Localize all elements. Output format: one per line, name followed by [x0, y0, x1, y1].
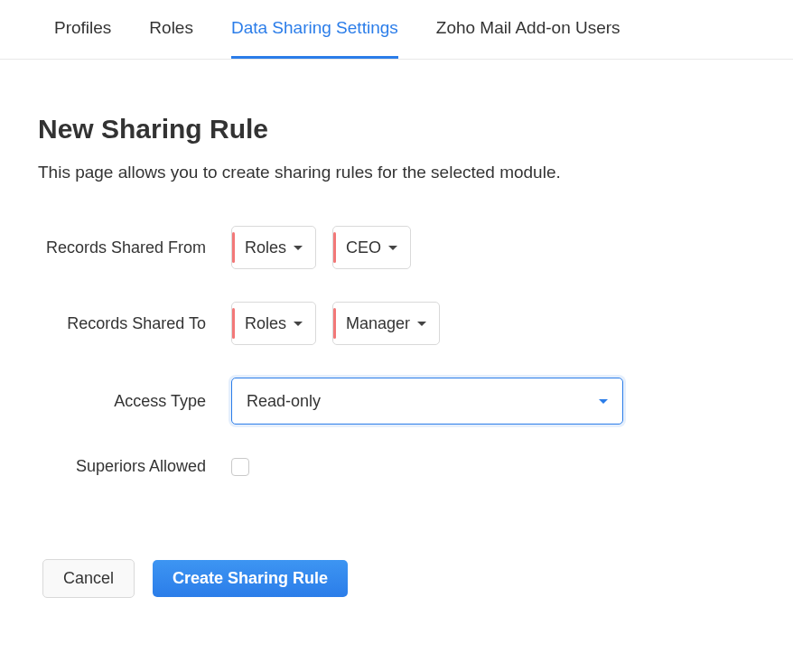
required-indicator: [333, 308, 336, 339]
select-shared-to-type[interactable]: Roles: [231, 302, 316, 345]
select-shared-from-role-value: CEO: [346, 238, 381, 257]
tab-zoho-mail-addon-users[interactable]: Zoho Mail Add-on Users: [436, 0, 620, 59]
tab-roles[interactable]: Roles: [149, 0, 193, 59]
label-records-shared-to: Records Shared To: [38, 314, 231, 333]
chevron-down-icon: [417, 322, 426, 326]
row-superiors-allowed: Superiors Allowed: [38, 457, 755, 476]
row-records-shared-from: Records Shared From Roles CEO: [38, 226, 755, 269]
select-shared-to-role-value: Manager: [346, 314, 410, 333]
row-access-type: Access Type Read-only: [38, 378, 755, 425]
page-description: This page allows you to create sharing r…: [38, 163, 755, 182]
tab-profiles[interactable]: Profiles: [54, 0, 111, 59]
select-access-type[interactable]: Read-only: [231, 378, 623, 425]
chevron-down-icon: [388, 246, 397, 250]
select-shared-from-type[interactable]: Roles: [231, 226, 316, 269]
required-indicator: [232, 232, 235, 263]
select-shared-from-type-value: Roles: [245, 238, 286, 257]
select-shared-to-role[interactable]: Manager: [332, 302, 440, 345]
select-shared-to-type-value: Roles: [245, 314, 286, 333]
label-superiors-allowed: Superiors Allowed: [38, 457, 231, 476]
content-area: New Sharing Rule This page allows you to…: [0, 60, 793, 598]
label-access-type: Access Type: [38, 392, 231, 411]
chevron-down-icon: [599, 399, 608, 404]
checkbox-superiors-allowed[interactable]: [231, 458, 249, 476]
row-records-shared-to: Records Shared To Roles Manager: [38, 302, 755, 345]
action-bar: Cancel Create Sharing Rule: [38, 559, 755, 598]
create-sharing-rule-button[interactable]: Create Sharing Rule: [153, 560, 348, 597]
chevron-down-icon: [294, 246, 303, 250]
select-access-type-value: Read-only: [247, 392, 321, 411]
cancel-button[interactable]: Cancel: [42, 559, 135, 598]
select-shared-from-role[interactable]: CEO: [332, 226, 411, 269]
required-indicator: [232, 308, 235, 339]
chevron-down-icon: [294, 322, 303, 326]
required-indicator: [333, 232, 336, 263]
label-records-shared-from: Records Shared From: [38, 238, 231, 257]
page-title: New Sharing Rule: [38, 114, 755, 145]
tabs-bar: Profiles Roles Data Sharing Settings Zoh…: [0, 0, 793, 60]
tab-data-sharing-settings[interactable]: Data Sharing Settings: [231, 0, 398, 59]
